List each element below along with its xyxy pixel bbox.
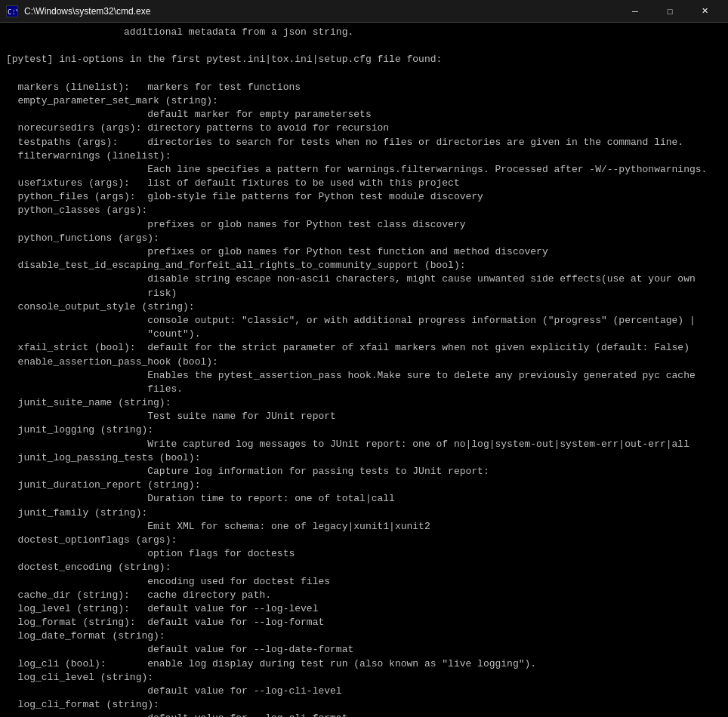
window-controls: ─ □ ✕ [618, 0, 722, 23]
minimize-button[interactable]: ─ [618, 0, 652, 23]
close-button[interactable]: ✕ [687, 0, 722, 23]
terminal-output: additional metadata from a json string. … [0, 23, 728, 717]
svg-text:C:\: C:\ [8, 8, 17, 16]
title-bar-left: C:\ C:\Windows\system32\cmd.exe [6, 5, 150, 17]
window-title: C:\Windows\system32\cmd.exe [24, 6, 150, 17]
cmd-icon: C:\ [6, 5, 18, 17]
title-bar: C:\ C:\Windows\system32\cmd.exe ─ □ ✕ [0, 0, 728, 23]
maximize-button[interactable]: □ [652, 0, 687, 23]
